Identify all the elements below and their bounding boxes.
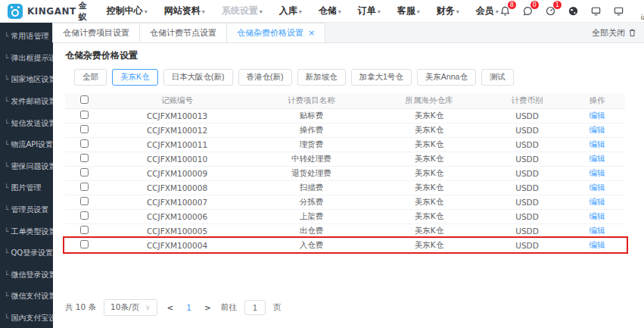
tree-branch-icon: └ — [5, 33, 8, 40]
sidebar-item-wechat-login[interactable]: └微信登录设置 — [0, 264, 53, 286]
cell-currency: USDD — [485, 123, 569, 137]
row-checkbox[interactable] — [80, 240, 89, 248]
sidebar-item-sms-sending[interactable]: └短信发送设置 — [0, 112, 53, 134]
cell-fee-name: 操作费 — [250, 123, 373, 137]
edit-link[interactable]: 编辑 — [569, 108, 625, 123]
filter-hongkong-new[interactable]: 香港仓(新) — [238, 69, 292, 86]
filter-test[interactable]: 测试 — [481, 69, 514, 86]
sidebar-item-sender-mailbox[interactable]: └发件邮箱设置 — [0, 91, 53, 113]
sidebar-item-alipay-domestic[interactable]: └国内支付宝设置 — [0, 308, 53, 328]
next-page-button[interactable]: > — [202, 303, 213, 312]
sidebar-item-image-management[interactable]: └图片管理 — [0, 177, 53, 199]
settings-sidebar: └常用语管理 └弹出框提示语管理 └国家地区设置 └发件邮箱设置 └短信发送设置… — [0, 23, 53, 328]
menu-warehouse[interactable]: 仓储▾ — [319, 5, 341, 17]
cell-currency: USDD — [485, 209, 569, 223]
filter-singapore[interactable]: 新加坡仓 — [297, 69, 346, 86]
filter-canada-1[interactable]: 加拿大1号仓 — [351, 69, 412, 86]
tab-billing-items[interactable]: 仓储计费项目设置 — [52, 23, 140, 42]
cell-id: CCJFXM100006 — [104, 209, 250, 223]
open-tabs-bar: 仓储计费项目设置 仓储计费节点设置 仓储杂费价格设置 × 全部关闭 — [53, 23, 644, 43]
brand-logo-icon — [8, 4, 23, 19]
current-page[interactable]: 1 — [183, 303, 194, 312]
sidebar-item-logistics-api[interactable]: └物流API设置 — [0, 134, 53, 156]
sidebar-item-qq-login[interactable]: └QQ登录设置 — [0, 242, 53, 264]
filter-meidong-anna[interactable]: 美东Anna仓 — [417, 69, 476, 86]
globe-icon[interactable] — [567, 5, 580, 17]
cell-id: CCJFXM100012 — [104, 123, 250, 137]
page-size-select[interactable]: 10条/页 ∨ — [104, 299, 157, 316]
tab-misc-fee-prices[interactable]: 仓储杂费价格设置 × — [226, 23, 325, 42]
cell-warehouse: 美东K仓 — [373, 152, 485, 166]
filter-all[interactable]: 全部 — [74, 69, 107, 86]
monitor-icon[interactable] — [590, 5, 602, 17]
filter-meidong-k[interactable]: 美东K仓 — [112, 69, 158, 86]
menu-site-data[interactable]: 网站资料▾ — [164, 5, 205, 17]
cell-fee-name: 中转处理费 — [250, 152, 373, 166]
table-row: CCJFXM100007 分拣费 美东K仓 USDD 编辑 — [65, 195, 625, 209]
select-all-checkbox[interactable] — [80, 95, 89, 104]
close-icon[interactable]: × — [308, 28, 315, 38]
fee-table-wrap: 记账编号 计费项目名称 所属海外仓库 计费币别 操作 CCJFXM100013 … — [65, 93, 625, 253]
close-all-tabs-button[interactable]: 全部关闭 — [592, 23, 644, 42]
monitor-icon-2[interactable] — [612, 5, 625, 17]
menu-system-settings[interactable]: 系统设置▾ — [222, 5, 263, 17]
edit-link[interactable]: 编辑 — [569, 166, 625, 180]
menu-orders[interactable]: 订单▾ — [358, 5, 381, 17]
sidebar-item-ticket-type[interactable]: └工单类型设置 — [0, 220, 53, 242]
menu-inbound[interactable]: 入库▾ — [279, 5, 302, 17]
menu-finance[interactable]: 财务▾ — [437, 5, 459, 17]
sidebar-item-common-phrases[interactable]: └常用语管理 — [0, 26, 53, 48]
chevron-down-icon: ▾ — [338, 8, 341, 15]
cell-warehouse: 美东K仓 — [373, 209, 485, 223]
row-checkbox[interactable] — [80, 154, 89, 162]
edit-link[interactable]: 编辑 — [569, 137, 625, 152]
main-menu: 控制中心▾ 网站资料▾ 系统设置▾ 入库▾ 仓储▾ 订单▾ 客服▾ 财务▾ 会员… — [107, 5, 499, 17]
menu-customer-service[interactable]: 客服▾ — [397, 5, 420, 17]
gauge-icon[interactable]: 1 — [544, 5, 557, 17]
filter-osaka-new[interactable]: 日本大阪仓(新) — [163, 69, 233, 86]
row-checkbox[interactable] — [80, 197, 89, 205]
row-checkbox[interactable] — [80, 111, 89, 119]
cell-fee-name: 退货处理费 — [250, 166, 373, 180]
menu-members[interactable]: 会员▾ — [476, 5, 499, 17]
edit-link[interactable]: 编辑 — [569, 195, 625, 209]
table-row-highlighted: CCJFXM100004 入仓费 美东K仓 USDD 编辑 — [65, 238, 625, 252]
table-row: CCJFXM100009 退货处理费 美东K仓 USDD 编辑 — [65, 166, 625, 180]
row-checkbox[interactable] — [80, 139, 89, 148]
sidebar-item-popup-prompts[interactable]: └弹出框提示语管理 — [0, 48, 53, 70]
row-checkbox[interactable] — [80, 168, 89, 176]
menu-control-center[interactable]: 控制中心▾ — [107, 5, 148, 17]
tree-branch-icon: └ — [5, 184, 8, 192]
cell-fee-name: 贴标费 — [250, 108, 373, 123]
username: iadmin — [641, 14, 644, 21]
edit-link[interactable]: 编辑 — [569, 223, 625, 238]
edit-link[interactable]: 编辑 — [569, 238, 625, 252]
header-currency: 计费币别 — [485, 93, 569, 108]
tab-billing-nodes[interactable]: 仓储计费节点设置 — [139, 23, 227, 42]
sidebar-item-country-region[interactable]: └国家地区设置 — [0, 69, 53, 91]
edit-link[interactable]: 编辑 — [569, 180, 625, 195]
sidebar-item-wechat-pay[interactable]: └微信支付设置 — [0, 286, 53, 308]
bell-icon[interactable]: 8 — [499, 5, 512, 17]
prev-page-button[interactable]: < — [165, 303, 176, 312]
edit-link[interactable]: 编辑 — [569, 209, 625, 223]
sidebar-item-security-question[interactable]: └密保问题设置 — [0, 156, 53, 178]
tree-branch-icon: └ — [5, 141, 8, 148]
table-row: CCJFXM100012 操作费 美东K仓 USDD 编辑 — [65, 123, 625, 137]
row-checkbox[interactable] — [80, 125, 89, 133]
cell-fee-name: 入仓费 — [250, 238, 373, 252]
cell-currency: USDD — [485, 180, 569, 195]
user-avatar[interactable]: iadmin — [641, 2, 644, 21]
chat-icon[interactable]: 0 — [521, 5, 534, 17]
cell-warehouse: 美东K仓 — [373, 137, 485, 152]
row-checkbox[interactable] — [80, 226, 89, 234]
chevron-down-icon: ▾ — [456, 8, 459, 15]
edit-link[interactable]: 编辑 — [569, 152, 625, 166]
chevron-down-icon: ▾ — [202, 8, 205, 15]
table-header-row: 记账编号 计费项目名称 所属海外仓库 计费币别 操作 — [65, 93, 625, 108]
sidebar-item-admin-settings[interactable]: └管理员设置 — [0, 199, 53, 221]
goto-page-input[interactable] — [244, 300, 266, 315]
edit-link[interactable]: 编辑 — [569, 123, 625, 137]
row-checkbox[interactable] — [80, 211, 89, 220]
row-checkbox[interactable] — [80, 183, 89, 191]
